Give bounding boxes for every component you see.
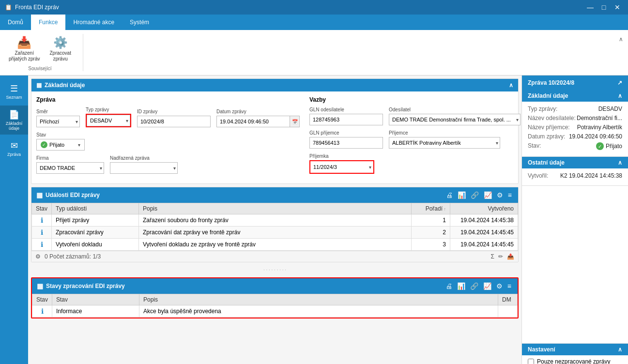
typ-zpravy-select[interactable]: DESADV: [87, 115, 130, 126]
footer-sum-icon[interactable]: Σ: [491, 253, 494, 260]
content-area: ▦ Základní údaje ∧ Zpráva Směr: [28, 76, 521, 364]
sidebar-item-zprava[interactable]: ✉ Zpráva: [0, 136, 28, 161]
info-icon-1: ℹ: [41, 216, 43, 224]
nastaveni-collapse[interactable]: ∧: [618, 346, 622, 353]
vazby-group: Vazby GLN odesílatele Odesílatel: [309, 96, 521, 179]
settings-small-icon: ⚙: [35, 253, 41, 260]
stavy-row1-stav: ℹ: [32, 305, 52, 318]
vazby-subtitle: Vazby: [309, 96, 521, 103]
footer-edit-icon[interactable]: ✏: [498, 253, 503, 260]
form-row-3: Firma DEMO TRADE Nadřazená zpráva: [36, 155, 300, 174]
smer-select-wrapper: Příchozí: [36, 116, 80, 127]
right-zakladni-collapse[interactable]: ∧: [618, 92, 622, 99]
section-collapse-icon[interactable]: ∧: [509, 82, 513, 89]
maximize-button[interactable]: □: [598, 1, 610, 13]
zakladni-udaje-header: ▦ Základní údaje ∧: [31, 79, 518, 91]
row2-typ: Zpracování zprávy: [52, 227, 139, 239]
stavy-print-icon[interactable]: 🖨: [444, 281, 454, 291]
ribbon: 📥 Zařazení přijatých zpráv ⚙️ Zpracovat …: [0, 30, 628, 76]
section-divider[interactable]: · · · · · · · · ·: [28, 265, 521, 274]
zakladni-udaje-section: ▦ Základní údaje ∧ Zpráva Směr: [31, 78, 519, 184]
gln-prij-input[interactable]: [309, 137, 383, 149]
row1-typ: Přijetí zprávy: [52, 214, 139, 227]
right-zakladni-title: Základní údaje: [528, 92, 568, 99]
menu-hromadne[interactable]: Hromadné akce: [65, 15, 122, 30]
nadrazena-zprava-select[interactable]: [110, 162, 178, 174]
row2-stav: ℹ: [32, 227, 52, 239]
udalosti-section: ▦ Události EDI zprávy 🖨 📊 🔗 📈 ⚙ ≡ Stav: [31, 187, 519, 262]
firma-select[interactable]: DEMO TRADE: [36, 162, 104, 174]
menu-domu[interactable]: Domů: [0, 15, 31, 30]
settings-icon[interactable]: ⚙: [495, 190, 505, 200]
firma-label: Firma: [36, 155, 104, 161]
right-panel-external-icon[interactable]: ↗: [617, 79, 622, 86]
stavy-col-dm: DM: [498, 294, 518, 305]
row2-vytvoreno: 19.04.2024 14:45:45: [450, 227, 518, 239]
stav-dropdown-arrow[interactable]: ▾: [78, 142, 80, 148]
prijemka-select[interactable]: 11/2024/3: [310, 161, 373, 173]
right-row-vytvoril: Vytvořil: K2 19.04.2024 14:45:38: [528, 172, 622, 179]
vazby-row-2: GLN příjemce Příjemce ALBERTÍK Potraviny…: [309, 130, 521, 149]
right-prij-value: Potraviny Albertík: [577, 124, 622, 131]
right-ostatni-content: Vytvořil: K2 19.04.2024 14:45:38: [522, 168, 628, 185]
id-zpravy-input[interactable]: [137, 116, 211, 127]
print-icon[interactable]: 🖨: [444, 190, 454, 200]
right-zakladni-header: Základní údaje ∧: [522, 90, 628, 102]
menu-funkce[interactable]: Funkce: [31, 15, 65, 30]
stavy-settings-icon[interactable]: ⚙: [495, 281, 504, 291]
right-prij-label: Název příjemce:: [528, 124, 570, 131]
calendar-icon[interactable]: 📅: [290, 116, 300, 127]
chart-icon[interactable]: 📊: [456, 190, 467, 200]
row1-poradi: 1: [412, 214, 450, 227]
right-spacer: [522, 186, 628, 343]
prijemce-group: Příjemce ALBERTÍK Potraviny Albertík: [389, 130, 500, 149]
close-button[interactable]: ✕: [612, 1, 623, 13]
right-datum-label: Datum zprávy:: [528, 133, 565, 140]
stavy-chart-icon[interactable]: 📊: [456, 281, 467, 291]
odesilatel-select[interactable]: DEMO TRADE Demonstrační firma Trade, spo…: [389, 114, 521, 125]
menu-icon[interactable]: ≡: [506, 190, 513, 200]
menu-bar: Domů Funkce Hromadné akce Systém: [0, 15, 628, 30]
menu-system[interactable]: Systém: [122, 15, 157, 30]
smer-label: Směr: [36, 109, 80, 114]
datum-zpravy-label: Datum zprávy: [216, 109, 300, 114]
right-typ-value: DESADV: [598, 106, 622, 112]
stavy-menu-icon[interactable]: ≡: [506, 281, 513, 291]
gln-odes-input[interactable]: [309, 114, 383, 125]
minimize-button[interactable]: —: [584, 1, 596, 13]
stavy-bar-icon[interactable]: 📈: [482, 281, 493, 291]
sidebar-item-zakladni-udaje[interactable]: 📄 Základní údaje: [0, 106, 28, 135]
col-poradi[interactable]: Pořadí: [412, 203, 450, 214]
vazby-row-3: Příjemka 11/2024/3: [309, 153, 521, 174]
ribbon-collapse-button[interactable]: ∧: [619, 36, 623, 43]
row3-vytvoreno: 19.04.2024 14:45:45: [450, 239, 518, 251]
link-icon[interactable]: 🔗: [469, 190, 480, 200]
prijemce-select[interactable]: ALBERTÍK Potraviny Albertík: [389, 137, 500, 149]
sidebar-item-seznam[interactable]: ☰ Seznam: [0, 79, 28, 104]
prijemce-select-wrapper: ALBERTÍK Potraviny Albertík: [389, 137, 500, 149]
gln-odes-group: GLN odesílatele: [309, 107, 383, 125]
odesilatel-label: Odesílatel: [389, 107, 521, 112]
nastaveni-title: Nastavení: [528, 346, 555, 353]
stavy-row1-stav-text: Informace: [52, 305, 139, 318]
title-bar: 📋 Fronta EDI zpráv — □ ✕: [0, 0, 628, 15]
ribbon-btn-zpracovat[interactable]: ⚙️ Zpracovat zprávu: [46, 34, 75, 64]
right-ostatni-title: Ostatní údaje: [528, 159, 565, 166]
stavy-col-stav: Stav: [52, 294, 139, 305]
stav-text: Přijato: [49, 142, 64, 148]
nezpracovane-checkbox[interactable]: [528, 359, 534, 364]
smer-select[interactable]: Příchozí: [36, 116, 80, 127]
info-icon-3: ℹ: [41, 241, 43, 248]
vazby-row-1: GLN odesílatele Odesílatel DEMO TRADE De…: [309, 107, 521, 125]
right-odes-label: Název odesílatele:: [528, 115, 576, 121]
stavy-row1-dm: [498, 305, 518, 318]
right-ostatni-collapse[interactable]: ∧: [618, 159, 622, 166]
footer-count: 0 Počet záznamů: 1/3: [45, 253, 101, 260]
stavy-link-icon[interactable]: 🔗: [469, 281, 480, 291]
right-vytvoril-label: Vytvořil:: [528, 172, 548, 179]
footer-export-icon[interactable]: 📤: [507, 253, 514, 260]
bar-chart-icon[interactable]: 📈: [482, 190, 493, 200]
row3-stav: ℹ: [32, 239, 52, 251]
ribbon-btn-zarazeni[interactable]: 📥 Zařazení přijatých zpráv: [5, 34, 44, 64]
datum-zpravy-input[interactable]: [216, 116, 290, 127]
